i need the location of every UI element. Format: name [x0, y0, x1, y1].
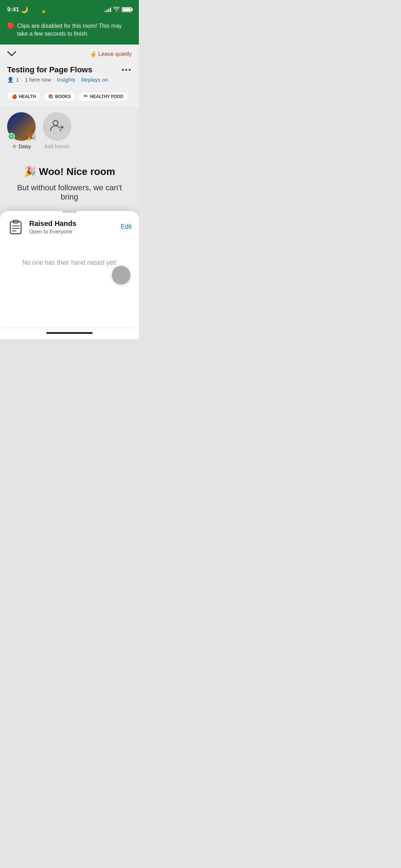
tag-health-label: HEALTH — [19, 94, 36, 99]
participants-section: 🎉 ✳ ✳️ Daisy — [0, 107, 139, 155]
svg-rect-4 — [10, 222, 21, 234]
time-label: 9:41 — [7, 6, 19, 13]
green-badge: ✳ — [8, 133, 15, 140]
home-indicator — [0, 327, 139, 339]
tag-healthy-food-emoji: 🥗 — [83, 94, 88, 99]
add-friends-button[interactable]: Add friends — [43, 112, 71, 149]
tag-books-label: BOOKS — [55, 94, 71, 99]
leave-quietly-button[interactable]: ✌️ Leave quietly — [90, 51, 132, 57]
banner-text: Clips are disabled for this room! This m… — [17, 22, 132, 38]
party-hat-icon: 🎉 — [27, 132, 36, 141]
tag-health-emoji: 🍎 — [12, 94, 17, 99]
battery-icon — [122, 7, 132, 12]
participant-daisy[interactable]: 🎉 ✳ ✳️ Daisy — [7, 112, 36, 149]
room-meta: 👤 1 · 1 here now · Insights · Replays on — [7, 77, 132, 83]
clipboard-icon — [7, 218, 24, 236]
room-title: Testing for Page Flows — [7, 65, 92, 74]
daisy-badge-icon: ✳️ — [12, 144, 17, 149]
sheet-title: Raised Hands — [29, 219, 76, 228]
add-friends-label: Add friends — [45, 144, 70, 149]
fab-area — [0, 284, 139, 313]
status-icons — [105, 7, 132, 13]
fab-button[interactable] — [112, 266, 130, 284]
daisy-avatar-wrap: 🎉 ✳ — [7, 112, 36, 141]
tag-books[interactable]: 📚 BOOKS — [43, 92, 75, 102]
leave-label: Leave quietly — [98, 51, 132, 57]
signal-icon — [105, 7, 111, 12]
edit-button[interactable]: Edit — [121, 223, 132, 231]
sheet-title-area: Raised Hands Open to Everyone — [7, 218, 76, 236]
clips-disabled-banner: 🔴 Clips are disabled for this room! This… — [0, 18, 139, 45]
home-bar — [46, 332, 93, 334]
wifi-icon — [113, 7, 120, 13]
sheet-header: Raised Hands Open to Everyone Edit — [0, 218, 139, 241]
followers-text: But without followers, we can't bring — [7, 183, 132, 202]
sheet-handle[interactable] — [62, 211, 77, 213]
main-content: ✌️ Leave quietly Testing for Page Flows … — [0, 45, 139, 327]
celebration-emoji: 🎉 — [24, 166, 36, 177]
tags-row: 🍎 HEALTH 📚 BOOKS 🥗 HEALTHY FOOD — [0, 88, 139, 107]
tag-health[interactable]: 🍎 HEALTH — [7, 92, 41, 102]
top-nav: ✌️ Leave quietly — [0, 45, 139, 62]
sheet-subtitle: Open to Everyone — [29, 228, 76, 234]
sheet-title-group: Raised Hands Open to Everyone — [29, 219, 76, 234]
orange-dot — [42, 10, 45, 13]
celebration-heading: 🎉 Woo! Nice room — [7, 166, 132, 177]
add-person-icon — [49, 117, 65, 136]
more-options-button[interactable]: ••• — [121, 65, 132, 74]
tag-books-emoji: 📚 — [48, 94, 53, 99]
person-icon: 👤 — [7, 77, 14, 83]
replays-link[interactable]: Replays on — [81, 77, 108, 83]
tag-healthy-food-label: HEALTHY FOOD — [90, 94, 124, 99]
celebration-heading-text: Woo! Nice room — [39, 166, 115, 177]
collapse-button[interactable] — [7, 50, 16, 59]
celebration-area: 🎉 Woo! Nice room But without followers, … — [0, 155, 139, 207]
tag-healthy-food[interactable]: 🥗 HEALTHY FOOD — [78, 92, 128, 102]
room-header: Testing for Page Flows ••• 👤 1 · 1 here … — [0, 62, 139, 88]
member-count: 1 — [16, 77, 19, 83]
bottom-sheet: Raised Hands Open to Everyone Edit No on… — [0, 211, 139, 327]
status-bar: 9:41 🌙 — [0, 0, 139, 18]
banner-icon: 🔴 — [7, 22, 14, 29]
svg-point-0 — [53, 120, 58, 125]
status-time: 9:41 🌙 — [7, 6, 28, 14]
daisy-name: ✳️ Daisy — [12, 144, 31, 149]
leave-emoji: ✌️ — [90, 51, 97, 57]
moon-icon: 🌙 — [21, 6, 28, 14]
here-now: 1 here now — [25, 77, 51, 83]
add-friends-avatar — [43, 112, 71, 141]
insights-link[interactable]: Insights — [57, 77, 75, 83]
